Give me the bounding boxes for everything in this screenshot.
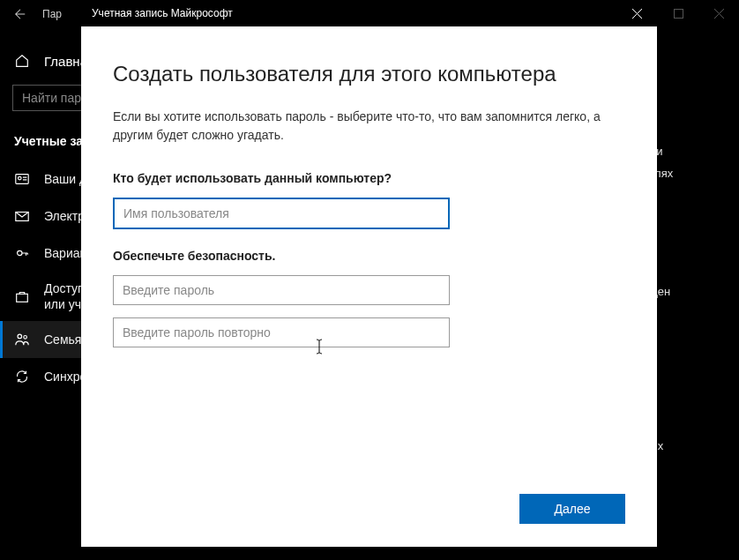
window-close-button[interactable]: [698, 0, 739, 26]
back-button[interactable]: [7, 1, 34, 27]
username-field[interactable]: [113, 198, 450, 229]
password-confirm-field[interactable]: [113, 317, 450, 347]
settings-title: Пар: [42, 8, 62, 20]
dialog-close-button[interactable]: [616, 0, 657, 26]
nav-label: Доступили уч: [44, 280, 85, 312]
dialog-description: Если вы хотите использовать пароль - выб…: [113, 108, 607, 145]
svg-rect-5: [17, 294, 28, 302]
dialog-title: Учетная запись Майкрософт: [92, 7, 233, 19]
nav-label: Семья: [44, 332, 81, 347]
security-label: Обеспечьте безопасность.: [113, 249, 625, 263]
nav-label: Электр: [44, 209, 85, 223]
dialog-heading: Создать пользователя для этого компьютер…: [113, 62, 625, 86]
maximize-button[interactable]: [658, 0, 698, 26]
svg-rect-0: [674, 9, 683, 18]
password-field[interactable]: [113, 275, 450, 305]
nav-label: Синхро: [44, 370, 86, 384]
svg-rect-1: [16, 175, 28, 184]
next-button[interactable]: Далее: [519, 494, 625, 524]
account-dialog: Учетная запись Майкрософт Создать пользо…: [81, 0, 657, 547]
svg-point-4: [18, 250, 22, 255]
username-question: Кто будет использовать данный компьютер?: [113, 171, 625, 185]
nav-label: Вариан: [44, 246, 86, 260]
svg-point-6: [18, 335, 22, 340]
nav-label: Ваши д: [44, 172, 86, 186]
svg-point-7: [24, 336, 27, 340]
svg-point-2: [19, 176, 22, 180]
